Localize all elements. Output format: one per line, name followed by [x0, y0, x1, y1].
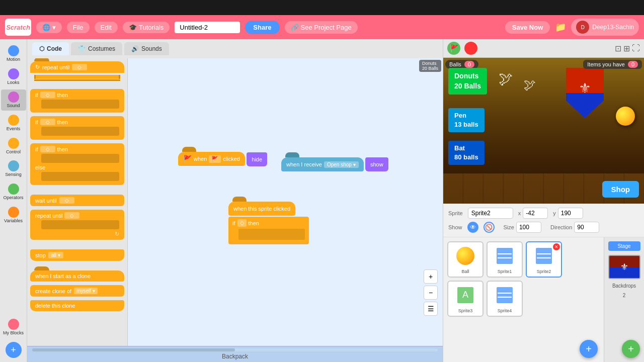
svg-text:A: A: [462, 290, 468, 300]
category-variables[interactable]: Variables: [1, 205, 26, 226]
zoom-in-button[interactable]: +: [424, 269, 438, 284]
tab-costumes[interactable]: 👕 Costumes: [71, 42, 122, 55]
palette-block-if-2[interactable]: if ◇ then: [30, 116, 124, 140]
sprite-thumb-3[interactable]: A Sprite3: [447, 281, 484, 317]
project-name-input[interactable]: [175, 22, 240, 33]
ball-sprite[interactable]: [616, 107, 635, 126]
code-canvas: 🚩 when 🚩 clicked hide when I receive Ope…: [128, 58, 443, 346]
category-looks[interactable]: Looks: [1, 66, 26, 87]
category-operators[interactable]: Operators: [1, 182, 26, 203]
backpack-bar[interactable]: Backpack: [27, 346, 443, 362]
edit-button[interactable]: Edit: [95, 22, 118, 33]
y-label: y: [553, 210, 556, 216]
category-events[interactable]: Events: [1, 113, 26, 134]
green-flag-button[interactable]: 🚩: [447, 42, 460, 55]
category-motion[interactable]: Motion: [1, 43, 26, 64]
bird-1: 🕊: [499, 70, 513, 87]
canvas-group-sprite-click: when this sprite clicked if ◇ then: [228, 202, 309, 244]
save-now-button[interactable]: Save Now: [505, 21, 550, 34]
direction-label: Direction: [550, 224, 572, 230]
add-backdrop-button[interactable]: +: [622, 340, 640, 358]
sprite-label: Sprite: [448, 210, 463, 216]
extensions-button[interactable]: +: [6, 342, 22, 358]
canvas-group-receive: when I receive Open shop ▾ show: [281, 156, 388, 171]
svg-rect-4: [536, 248, 552, 264]
stage-area: Balls 0 Items you have 0 Donuts 20 Balls…: [443, 58, 644, 204]
palette-block-if-else[interactable]: if ◇ then else: [30, 143, 124, 185]
add-sprite-button[interactable]: +: [580, 340, 598, 358]
backdrop-thumb[interactable]: ⚜: [608, 255, 640, 279]
palette-block-if-1[interactable]: if ◇ then: [30, 89, 124, 113]
svg-text:⚜: ⚜: [620, 262, 628, 272]
y-input[interactable]: [558, 208, 583, 219]
my-blocks-button[interactable]: My Blocks: [1, 317, 26, 338]
tab-code[interactable]: ⬡ Code: [32, 42, 69, 55]
see-project-button[interactable]: 🔗 See Project Page: [285, 21, 358, 34]
canvas-block-receive[interactable]: when I receive Open shop ▾: [281, 157, 364, 171]
bird-2: 🕊: [524, 78, 536, 92]
palette-block-delete-clone[interactable]: delete this clone: [30, 300, 124, 311]
category-sound[interactable]: Sound: [1, 89, 26, 111]
sprite-thumb-ball[interactable]: Ball: [447, 241, 484, 278]
canvas-block-show[interactable]: show: [365, 157, 388, 171]
zoom-out-button[interactable]: −: [424, 286, 438, 300]
show-label: Show: [448, 224, 462, 230]
fit-button[interactable]: ☰: [424, 302, 438, 316]
pen-hud: Pen 13 balls: [448, 108, 485, 132]
canvas-block-hide[interactable]: hide: [247, 152, 267, 166]
canvas-block-if[interactable]: if ◇ then: [228, 217, 309, 244]
share-button[interactable]: Share: [245, 21, 279, 34]
user-badge[interactable]: D Deep13-Sachin: [571, 19, 639, 36]
backdrops-count: 2: [623, 293, 626, 298]
sprite-name-input[interactable]: [468, 208, 513, 219]
canvas-group-flag: 🚩 when 🚩 clicked hide: [178, 151, 267, 166]
canvas-block-sprite-click[interactable]: when this sprite clicked: [228, 202, 295, 216]
nav-bar: Scratch 🌐 ▾ File Edit 🎓 Tutorials Share …: [0, 15, 644, 39]
direction-input[interactable]: [574, 222, 599, 233]
palette-block-create-clone[interactable]: create clone of myself ▾: [30, 285, 124, 297]
globe-button[interactable]: 🌐 ▾: [36, 22, 62, 33]
block-categories: Motion Looks Sound Events Control Sensin…: [0, 39, 27, 362]
canvas-block-when-flag[interactable]: 🚩 when 🚩 clicked: [178, 152, 245, 166]
palette-block-repeat-top[interactable]: ↻ repeat until ◇: [30, 61, 124, 73]
tab-sounds[interactable]: 🔊 Sounds: [124, 42, 169, 55]
scroll-indicator: Donuts20 Balls: [419, 60, 441, 72]
shield-decoration: ⚜: [564, 65, 606, 121]
sprite-thumb-4[interactable]: Sprite4: [487, 281, 523, 317]
palette-block-wait-until[interactable]: wait until ◇: [30, 195, 124, 206]
top-bar: [0, 0, 644, 15]
file-button[interactable]: File: [67, 22, 90, 33]
palette-block-stop[interactable]: stop all ▾: [30, 249, 124, 261]
x-label: x: [518, 210, 521, 216]
canvas-controls: + − ☰: [424, 269, 438, 316]
folder-icon[interactable]: 📁: [555, 22, 566, 33]
fullscreen-button[interactable]: ⛶: [632, 44, 640, 53]
show-eye-off[interactable]: 🚫: [484, 222, 495, 233]
stage-controls: 🚩 ⊡ ⊞ ⛶: [443, 39, 644, 58]
stage-panel: 🚩 ⊡ ⊞ ⛶ Balls 0 Items you h: [443, 39, 644, 362]
sprite-thumb-2[interactable]: ✕ Sprite2: [526, 241, 562, 278]
palette-block-clone-start[interactable]: when I start as a clone: [30, 270, 124, 282]
blocks-palette: ↻ repeat until ◇ if ◇ then: [27, 58, 128, 346]
sprite-thumb-1[interactable]: Sprite1: [487, 241, 523, 278]
backdrops-label: Backdrops: [612, 283, 636, 289]
category-sensing[interactable]: Sensing: [1, 158, 26, 179]
scratch-logo[interactable]: Scratch: [5, 19, 31, 36]
svg-text:⚜: ⚜: [579, 80, 591, 96]
size-input[interactable]: [516, 222, 541, 233]
normal-stage-button[interactable]: ⊞: [623, 44, 630, 53]
editor-tabs: ⬡ Code 👕 Costumes 🔊 Sounds: [27, 39, 443, 58]
svg-rect-1: [497, 248, 513, 264]
sprite-delete-icon[interactable]: ✕: [553, 243, 560, 250]
palette-block-repeat-until[interactable]: repeat until ◇ ↻: [30, 210, 124, 240]
category-control[interactable]: Control: [1, 136, 26, 157]
size-label: Size: [504, 224, 514, 230]
show-eye-on[interactable]: 👁: [467, 222, 478, 233]
shop-button[interactable]: Shop: [602, 181, 639, 198]
sprite-list: Ball Sprite1 ✕: [443, 237, 604, 362]
x-input[interactable]: [523, 208, 548, 219]
stop-button[interactable]: [464, 42, 477, 55]
tutorials-button[interactable]: 🎓 Tutorials: [123, 22, 170, 33]
small-stage-button[interactable]: ⊡: [615, 44, 621, 53]
stage-tab[interactable]: Stage: [608, 241, 640, 251]
